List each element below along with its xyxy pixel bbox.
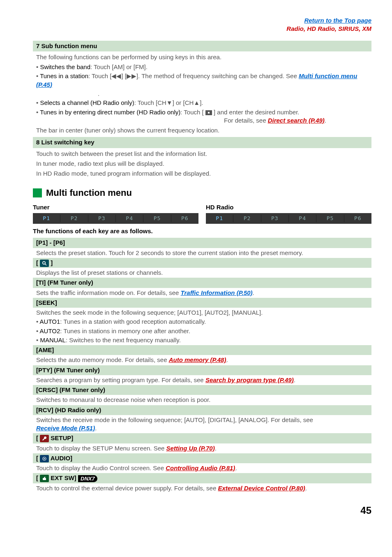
p1-p6-header: [P1] - [P6] [33,238,371,248]
setting-up-link[interactable]: Setting Up (P.70) [166,445,215,452]
preset-p3[interactable]: P3 [88,215,116,222]
rest: : Tunes in stations in memory one after … [60,327,190,334]
lead: MANUAL [40,337,66,343]
desc-a: Touch to control the external device pow… [36,485,218,492]
lead: Tunes in by entering direct number (HD R… [40,109,180,116]
seek-desc: Switches the seek mode in the following … [36,309,371,317]
seek-manual: • MANUAL: Switches to the next frequency… [36,336,371,344]
ti-header: [TI] (FM Tuner only) [33,278,371,288]
direct-tail: For details, see Direct search (P.49). [36,116,371,125]
open: [ [36,474,40,481]
return-link[interactable]: Return to the Top page [33,16,371,25]
period: . [95,425,97,432]
external-device-link[interactable]: External Device Control (P.80) [218,485,305,492]
section-title: Radio, HD Radio, SIRIUS, XM [33,25,371,33]
close: ] [49,259,53,266]
pty-desc: Searches a program by setting program ty… [36,376,371,384]
lead: Selects a channel (HD Radio only) [40,99,134,106]
crsc-desc: Switches to monaural to decrease noise w… [36,396,371,404]
audio-header: [ AUDIO] [33,453,371,463]
desc-a: Switches the receive mode in the followi… [36,416,313,423]
auto-memory-link[interactable]: Auto memory (P.48) [169,356,226,363]
preset-p5[interactable]: P5 [316,215,344,222]
preset-p4[interactable]: P4 [116,215,143,222]
functions-caption: The functions of each key are as follows… [33,227,371,235]
preset-columns: Tuner P1 P2 P3 P4 P5 P6 HD Radio P1 P2 P… [33,203,371,224]
rest: : Touch [CH▼] or [CH▲]. [134,99,203,106]
setup-desc: Touch to display the SETUP Menu screen. … [36,444,371,453]
preset-p6[interactable]: P6 [171,215,198,222]
seek-auto1: • AUTO1: Tunes in a station with good re… [36,318,371,326]
desc-a: Selects the auto memory mode. For detail… [36,356,169,363]
desc-a: Sets the traffic information mode on. Fo… [36,289,181,296]
direct-search-link[interactable]: Direct search (P.49) [268,117,325,124]
receive-mode-link[interactable]: Receive Mode (P.51) [36,425,95,432]
tuner-label: Tuner [33,203,198,211]
magnifier-header: [ ] [33,258,371,268]
period: . [305,485,307,492]
period: . [325,117,326,124]
preset-p1[interactable]: P1 [206,215,233,222]
preset-p3[interactable]: P3 [261,215,289,222]
heading-text: Multi function menu [46,187,132,199]
ame-header: [AME] [33,345,371,355]
period: . [253,289,254,296]
label: EXT SW] [49,474,78,481]
seek-auto2: • AUTO2: Tunes in stations in memory one… [36,327,371,335]
multi-function-heading: Multi function menu [33,187,371,199]
magnifier-desc: Displays the list of preset stations or … [36,269,371,277]
lead: Switches the band [40,63,90,70]
p1-p6-desc: Selects the preset station. Touch for 2 … [36,249,371,257]
bullet-selects-channel: • Selects a channel (HD Radio only): Tou… [36,99,371,107]
rest: : Touch [◀◀] [▶▶]. The method of frequen… [88,72,299,79]
rest: : Touch [ ] and enter the desired number… [180,109,299,116]
page-number: 45 [33,504,371,517]
rest: : Tunes in a station with good reception… [60,318,206,325]
rest: : Touch [AM] or [FM]. [90,63,148,70]
bullet-direct-number: • Tunes in by entering direct number (HD… [36,108,371,116]
svg-point-0 [43,262,45,264]
preset-p2[interactable]: P2 [60,215,88,222]
crsc-header: [CRSC] (FM Tuner only) [33,385,371,395]
ext-sw-desc: Touch to control the external device pow… [36,484,371,492]
desc-a: Touch to display the Audio Control scree… [36,464,166,471]
wrench-icon [40,435,49,442]
ext-sw-icon [40,475,49,482]
traffic-info-link[interactable]: Traffic Information (P.50) [181,289,253,296]
hd-preset-bar: P1 P2 P3 P4 P5 P6 [206,213,371,224]
rcv-header: [RCV] (HD Radio only) [33,405,371,415]
preset-p4[interactable]: P4 [289,215,316,222]
preset-p2[interactable]: P2 [233,215,261,222]
controlling-audio-link[interactable]: Controlling Audio (P.81) [166,464,235,471]
green-box-icon [33,188,42,197]
period: . [235,464,237,471]
desc-a: Touch to display the SETUP Menu screen. … [36,445,166,452]
item-8-l1: Touch to switch between the preset list … [36,150,371,158]
item-8-l3: In HD Radio mode, tuned program informat… [36,169,371,178]
bar-note: The bar in center (tuner only) shows the… [36,126,371,135]
lead: Tunes in a station [40,72,88,79]
pty-header: [PTY] (FM Tuner only) [33,365,371,375]
search-program-link[interactable]: Search by program type (P.49) [205,376,294,383]
ti-desc: Sets the traffic information mode on. Fo… [36,289,371,297]
bullet-switches-band: • Switches the band: Touch [AM] or [FM]. [36,63,371,71]
rest: : Switches to the next frequency manuall… [66,337,181,343]
preset-p5[interactable]: P5 [143,215,171,222]
svg-line-1 [45,264,47,265]
hd-label: HD Radio [206,203,371,211]
item-7-intro: The following functions can be performed… [36,53,371,61]
label: AUDIO] [49,455,72,462]
preset-p6[interactable]: P6 [344,215,371,222]
open: [ [36,434,40,441]
dnx7-badge: DNX7 [78,475,97,483]
magnifier-icon [40,260,49,267]
preset-p1[interactable]: P1 [33,215,60,222]
period: . [226,356,228,363]
tuner-preset-bar: P1 P2 P3 P4 P5 P6 [33,213,198,224]
item-8-l2: In tuner mode, radio text plus will be d… [36,160,371,168]
period: . [98,90,99,97]
svg-point-3 [44,458,45,459]
open: [ [36,259,40,266]
tuner-column: Tuner P1 P2 P3 P4 P5 P6 [33,203,198,224]
item-8-header: 8 List switching key [33,137,371,148]
